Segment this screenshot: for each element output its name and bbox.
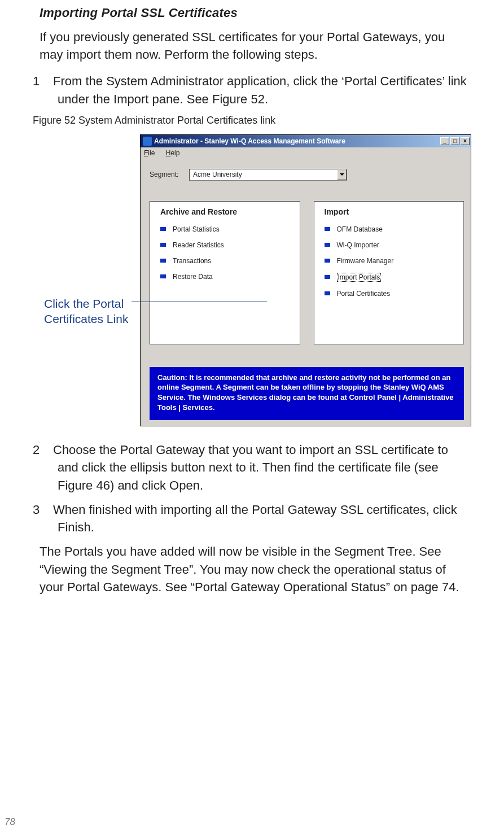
step-text: Choose the Portal Gateway that you want … bbox=[53, 443, 448, 492]
step-number: 1 bbox=[33, 72, 53, 90]
archive-link-reader-statistics[interactable]: Reader Statistics bbox=[160, 241, 293, 249]
step-text: When finished with importing all the Por… bbox=[53, 503, 457, 534]
bullet-icon bbox=[325, 227, 330, 231]
maximize-button[interactable]: □ bbox=[450, 137, 459, 145]
step-number: 2 bbox=[33, 441, 53, 459]
figure-caption: Figure 52 System Administrator Portal Ce… bbox=[33, 115, 471, 126]
step-number: 3 bbox=[33, 501, 53, 518]
import-list: OFM Database Wi-Q Importer Firmware Mana… bbox=[325, 225, 457, 298]
segment-row: Segment: Acme University bbox=[150, 169, 464, 181]
admin-window: Administrator - Stanley Wi-Q Access Mana… bbox=[140, 134, 471, 426]
archive-link-transactions[interactable]: Transactions bbox=[160, 257, 293, 265]
menu-file[interactable]: File bbox=[144, 149, 155, 157]
panes-row: Archive and Restore Portal Statistics Re… bbox=[150, 201, 464, 344]
bullet-icon bbox=[325, 243, 330, 247]
titlebar: Administrator - Stanley Wi-Q Access Mana… bbox=[141, 135, 471, 147]
import-link-portal-certificates[interactable]: Portal Certificates bbox=[325, 290, 457, 298]
archive-list: Portal Statistics Reader Statistics Tran… bbox=[160, 225, 293, 281]
callout-leader-line bbox=[132, 302, 267, 302]
import-link-ofm-database[interactable]: OFM Database bbox=[325, 225, 457, 233]
bullet-icon bbox=[325, 259, 330, 263]
bullet-icon bbox=[325, 291, 330, 295]
segment-label: Segment: bbox=[150, 171, 189, 178]
chevron-down-icon[interactable] bbox=[337, 169, 347, 180]
intro-paragraph: If you previously generated SSL certific… bbox=[40, 28, 471, 63]
steps-list-a: 1From the System Administrator applicati… bbox=[33, 72, 471, 107]
window-buttons: _ □ × bbox=[440, 137, 470, 145]
callout-label: Click the Portal Certificates Link bbox=[44, 296, 140, 327]
bullet-icon bbox=[325, 275, 330, 279]
page-number: 78 bbox=[5, 817, 15, 828]
section-heading: Importing Portal SSL Certificates bbox=[40, 6, 471, 20]
menu-help[interactable]: Help bbox=[166, 149, 180, 157]
form-area: Segment: Acme University Archive and Res… bbox=[141, 160, 471, 426]
figure-row: Click the Portal Certificates Link Admin… bbox=[33, 134, 471, 426]
archive-link-portal-statistics[interactable]: Portal Statistics bbox=[160, 225, 293, 233]
menubar: File Help bbox=[141, 147, 471, 160]
caution-panel: Caution: It is recommended that archive … bbox=[150, 367, 464, 420]
step-2: 2Choose the Portal Gateway that you want… bbox=[33, 441, 471, 494]
window-title: Administrator - Stanley Wi-Q Access Mana… bbox=[154, 137, 440, 145]
import-link-firmware-manager[interactable]: Firmware Manager bbox=[325, 257, 457, 265]
closing-paragraph: The Portals you have added will now be v… bbox=[40, 543, 471, 596]
segment-value: Acme University bbox=[190, 171, 337, 178]
archive-link-restore-data[interactable]: Restore Data bbox=[160, 273, 293, 281]
bullet-icon bbox=[160, 274, 166, 278]
bullet-icon bbox=[160, 259, 166, 263]
archive-pane: Archive and Restore Portal Statistics Re… bbox=[150, 201, 300, 344]
bullet-icon bbox=[160, 243, 166, 247]
import-link-import-portals[interactable]: Import Portals bbox=[325, 273, 457, 282]
steps-list-b: 2Choose the Portal Gateway that you want… bbox=[33, 441, 471, 536]
minimize-button[interactable]: _ bbox=[440, 137, 449, 145]
close-button[interactable]: × bbox=[461, 137, 470, 145]
step-3: 3When finished with importing all the Po… bbox=[33, 501, 471, 536]
archive-pane-title: Archive and Restore bbox=[160, 207, 293, 216]
bullet-icon bbox=[160, 227, 166, 231]
import-pane-title: Import bbox=[325, 207, 457, 216]
import-pane: Import OFM Database Wi-Q Importer Firmwa… bbox=[314, 201, 464, 344]
app-icon bbox=[143, 137, 152, 146]
segment-combobox[interactable]: Acme University bbox=[189, 169, 347, 181]
step-text: From the System Administrator applicatio… bbox=[53, 74, 467, 106]
step-1: 1From the System Administrator applicati… bbox=[33, 72, 471, 107]
import-link-wiq-importer[interactable]: Wi-Q Importer bbox=[325, 241, 457, 249]
